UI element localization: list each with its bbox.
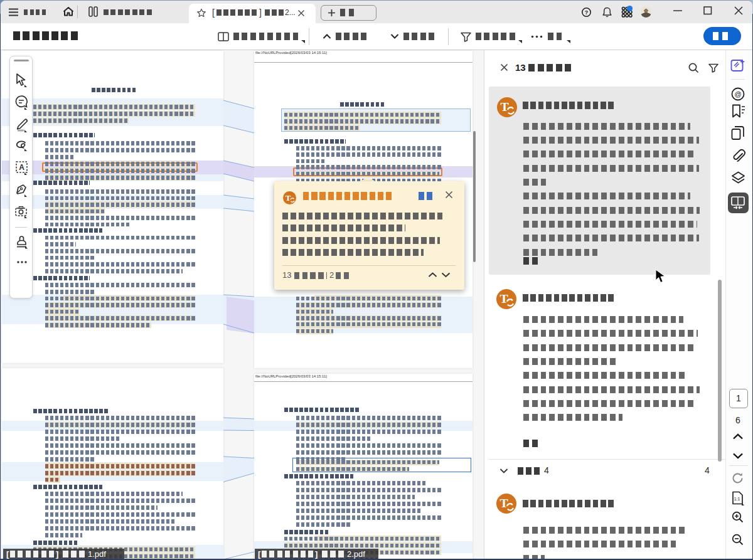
svg-text:1:1: 1:1 [734, 497, 740, 501]
svg-text:T: T [500, 292, 508, 305]
svg-text:?: ? [585, 9, 589, 16]
svg-text:T: T [500, 496, 508, 510]
svg-text:T: T [286, 193, 291, 203]
svg-text:A: A [19, 163, 24, 172]
svg-text:@: @ [734, 90, 741, 98]
svg-text:T: T [500, 99, 508, 113]
